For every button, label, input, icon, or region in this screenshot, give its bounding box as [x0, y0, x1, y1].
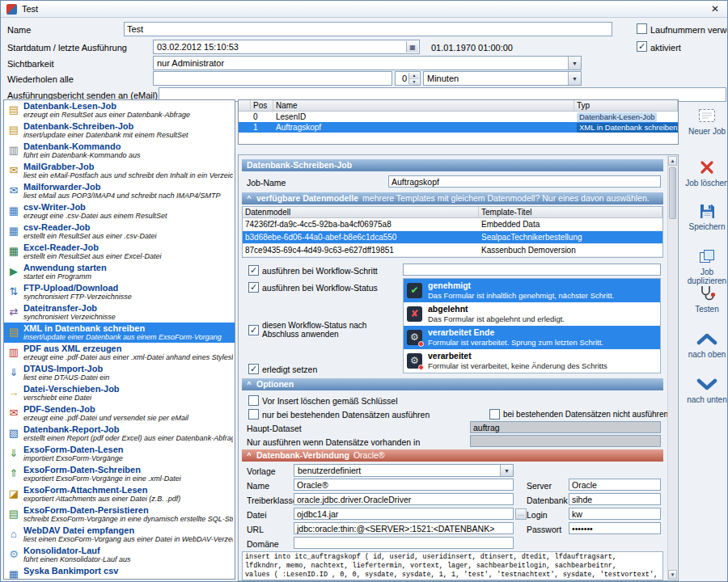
- datamodel-row[interactable]: 87ce9435-69c4-4d49-9c63-e627dff19851Kass…: [243, 244, 662, 257]
- duplicate-job-button[interactable]: Job duplizieren: [685, 247, 728, 285]
- datei-input[interactable]: [294, 508, 514, 520]
- scroll-down-icon[interactable]: ▼: [668, 570, 677, 580]
- workflow-status-checkbox[interactable]: [248, 282, 259, 293]
- datenbank-input[interactable]: [569, 493, 661, 505]
- job-name-input[interactable]: [388, 175, 661, 188]
- database-write-icon: ▤: [7, 124, 20, 137]
- spinner-arrows-icon[interactable]: ▲▼: [408, 73, 419, 84]
- wiederholen-input[interactable]: [153, 71, 392, 86]
- job-type-item[interactable]: ▦Excel-Reader-Joberstellt ein ResultSet …: [4, 242, 235, 262]
- status-name: genehmigt: [428, 280, 471, 290]
- move-up-button[interactable]: nach oben: [685, 329, 728, 359]
- workflow-step-input[interactable]: [403, 264, 661, 276]
- job-type-item[interactable]: ▤XML in Datenbank schreibeninsert/update…: [4, 323, 235, 343]
- workflow-step-checkbox[interactable]: [248, 265, 259, 276]
- job-type-item[interactable]: →Datei-Verschieben-Jobverschiebt eine Da…: [4, 383, 235, 403]
- main-dataset-input[interactable]: [470, 421, 661, 433]
- chevron-down-icon[interactable]: ▼: [500, 465, 513, 476]
- calendar-icon[interactable]: ▦: [406, 41, 418, 53]
- datamodel-row[interactable]: b3d68ebe-6d06-44a0-abef-b8e6c1dca550Seal…: [243, 231, 662, 244]
- apply-status-checkbox[interactable]: [248, 325, 259, 335]
- template-title: SealpacTechnikerbestellung: [479, 231, 662, 243]
- job-row[interactable]: 1AuftragskopfXML in Datenbank schreiben: [239, 122, 678, 133]
- delete-before-insert-checkbox[interactable]: [248, 395, 259, 406]
- job-type-item[interactable]: ▥PDF aus XML erzeugenerzeugt eine .pdf-D…: [4, 343, 235, 363]
- job-type-item[interactable]: ▤Datenbank-Lesen-Joberzeugt ein ResultSe…: [4, 100, 235, 120]
- login-input[interactable]: [569, 508, 661, 520]
- vorlage-label: Vorlage: [247, 466, 276, 476]
- job-type-item[interactable]: ▶Anwendung startenstartet ein Programm: [4, 262, 235, 282]
- name-input[interactable]: [124, 22, 612, 36]
- job-type-item[interactable]: ▦Syska Bankimport csv: [4, 565, 235, 580]
- scroll-thumb[interactable]: [669, 167, 676, 219]
- job-type-item[interactable]: ⇑ExsoForm-Daten-Schreibenexportiert Exso…: [4, 464, 235, 484]
- test-button[interactable]: Testen: [685, 284, 728, 314]
- file-transfer-icon: ⇄: [7, 306, 20, 318]
- job-type-item[interactable]: ✉Mailforwarder-Jobliest eMail aus POP3/I…: [4, 181, 235, 201]
- server-input[interactable]: [569, 479, 661, 491]
- job-type-title: ExsoForm-Daten-Persistieren: [23, 505, 233, 515]
- sql-statement-editor[interactable]: insert into itc_auftragskopf ( id, useri…: [242, 551, 663, 580]
- job-type-item[interactable]: ▥Datenbank-Kommandoführt ein Datenbank-K…: [4, 141, 235, 161]
- job-type-item[interactable]: ▦csv-Reader-Joberstellt ein ResultSet au…: [4, 221, 235, 242]
- domaene-input[interactable]: [294, 537, 514, 549]
- workflow-status-item[interactable]: ⚙verarbeitet EndeFormular ist verarbeite…: [404, 326, 660, 349]
- erledigt-checkbox[interactable]: [248, 364, 259, 374]
- treiberklasse-input[interactable]: [294, 493, 514, 505]
- job-type-title: Datenbank-Lesen-Job: [23, 101, 233, 111]
- existing-only-checkbox[interactable]: [248, 409, 259, 420]
- aktiviert-checkbox[interactable]: [637, 41, 647, 52]
- collapse-icon[interactable]: ^: [244, 379, 254, 389]
- move-down-button[interactable]: nach unten: [685, 374, 728, 404]
- job-type-title: Datenbank-Report-Job: [23, 424, 233, 434]
- job-type-item[interactable]: ⌂WebDAV Datei empfangenliest einen ExsoF…: [4, 525, 235, 545]
- job-type-item[interactable]: ▤ExsoForm-Daten-Persistierenschreibt Exs…: [4, 504, 235, 525]
- job-row-name: LesenID: [273, 112, 574, 122]
- job-type-item[interactable]: ▦csv-Writer-Joberzeugt eine .csv-Datei a…: [4, 201, 235, 221]
- laufnummern-checkbox[interactable]: [637, 23, 647, 34]
- job-type-item[interactable]: ⚙Konsolidator-Laufführt einen Konsolidat…: [4, 545, 235, 565]
- job-type-item[interactable]: ▧Datenbank-Report-Joberstellt einen Repo…: [4, 424, 235, 444]
- save-button[interactable]: Speichern: [685, 201, 728, 231]
- chevron-down-icon[interactable]: ▼: [568, 72, 581, 85]
- job-type-item[interactable]: ⇄Dateitransfer-Jobsynchronisiert Verzeic…: [4, 302, 235, 323]
- existing-skip-checkbox[interactable]: [489, 409, 500, 420]
- scroll-up-icon[interactable]: ▲: [668, 156, 677, 166]
- job-type-item[interactable]: ⇓DTAUS-Import-Jobliest eine DTAUS-Datei …: [4, 363, 235, 383]
- job-type-item[interactable]: ✉MailGrabber-Jobliest ein eMail-Postfach…: [4, 161, 235, 181]
- new-job-button[interactable]: Neuer Job: [685, 106, 728, 136]
- passwort-input[interactable]: [569, 522, 661, 534]
- browse-file-button[interactable]: …: [515, 508, 527, 520]
- url-input[interactable]: [294, 522, 514, 534]
- db-name-input[interactable]: [294, 479, 514, 491]
- delete-job-button[interactable]: Job löschen: [685, 158, 728, 188]
- chevron-down-icon[interactable]: ▼: [568, 57, 581, 70]
- job-row[interactable]: 0LesenIDDatenbank-Lesen-Job: [239, 112, 678, 122]
- only-when-input[interactable]: [470, 435, 661, 447]
- collapse-icon[interactable]: ^: [244, 450, 254, 460]
- status-name: abgelehnt: [428, 304, 468, 314]
- job-type-text: Dateitransfer-Jobsynchronisiert Verzeich…: [23, 303, 233, 321]
- db-name-label: Name: [247, 481, 269, 491]
- close-icon[interactable]: ✕: [711, 3, 719, 15]
- datamodel-guid: b3d68ebe-6d06-44a0-abef-b8e6c1dca550: [243, 231, 479, 243]
- job-typ-badge: XML in Datenbank schreiben: [577, 123, 678, 133]
- job-type-item[interactable]: ⇅FTP-Upload/Downloadsynchronisiert FTP-V…: [4, 282, 235, 302]
- workflow-status-item[interactable]: ✘abgelehntDas Formular ist abgelehnt und…: [404, 302, 660, 326]
- detail-scrollbar[interactable]: ▲ ▼: [667, 156, 677, 580]
- datamodel-row[interactable]: 74236f2f-da9c-4cc5-92ba-ba4cf06975a8Embe…: [243, 218, 662, 231]
- collapse-icon[interactable]: ^: [244, 193, 254, 203]
- job-type-item[interactable]: ⇓ExsoForm-Daten-Lesenimportiert ExsoForm…: [4, 444, 235, 464]
- job-type-item[interactable]: ▤Datenbank-Schreiben-Jobinsert/update ei…: [4, 120, 235, 141]
- startdatum-input[interactable]: 03.02.2012 15:10:53 ▦: [153, 40, 420, 54]
- sichtbarkeit-select[interactable]: nur Administrator ▼: [153, 56, 582, 70]
- vorlage-select[interactable]: benutzerdefiniert ▼: [294, 464, 514, 477]
- interval-unit-select[interactable]: Minuten ▼: [423, 71, 582, 86]
- job-type-item[interactable]: ◪ExsoForm-Attachment-Lesenexportiert Att…: [4, 484, 235, 504]
- existing-skip-label: bei bestehenden Datensätzen nicht ausfüh…: [503, 410, 668, 419]
- workflow-status-item[interactable]: ⚙verarbeitetFormular ist verarbeitet, ke…: [404, 349, 660, 373]
- job-type-list: ▤Datenbank-Lesen-Joberzeugt ein ResultSe…: [3, 99, 235, 580]
- interval-stepper[interactable]: 0 ▲▼: [395, 71, 421, 86]
- job-type-item[interactable]: ✉PDF-Senden-Joberzeugt eine .pdf-Datei u…: [4, 403, 235, 424]
- workflow-status-item[interactable]: ✔genehmigtDas Formular ist inhaltlich ge…: [404, 279, 660, 302]
